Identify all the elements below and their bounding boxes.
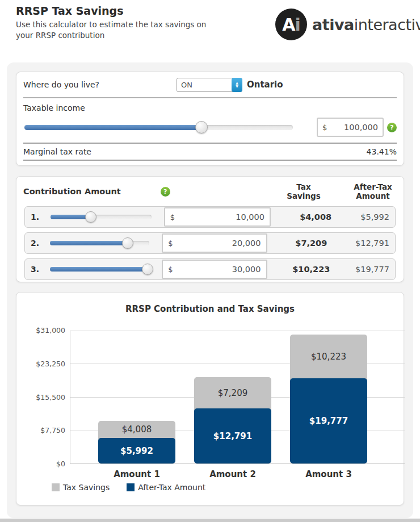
chart-legend: Tax SavingsAfter-Tax Amount <box>52 483 404 492</box>
currency-symbol: $ <box>322 123 327 132</box>
currency-symbol: $ <box>168 265 173 274</box>
contribution-panel: Contribution Amount ? Tax Savings After-… <box>16 176 404 282</box>
currency-symbol: $ <box>170 213 175 222</box>
contribution-amount-input[interactable]: $10,000 <box>164 207 271 227</box>
page-subtitle-line2: your RRSP contribution <box>16 30 260 41</box>
after-tax-bar-label: $5,992 <box>98 446 175 456</box>
contribution-row-1: 1.$10,000$4,008$5,992 <box>24 206 396 228</box>
taxable-income-value: 100,000 <box>327 123 378 132</box>
y-axis-line <box>70 331 70 464</box>
chart-title: RRSP Contribution and Tax Savings <box>16 304 404 314</box>
x-axis-line <box>70 463 405 464</box>
legend-swatch-icon <box>52 483 60 491</box>
brand-logo: Ai ativainteractive <box>275 9 420 40</box>
row-number: 2. <box>31 239 43 248</box>
taxable-income-slider-row: $ 100,000 ? <box>23 114 397 140</box>
page-header: RRSP Tax Savings Use this calculator to … <box>16 5 260 41</box>
brand-name-light: interactive <box>354 16 420 34</box>
legend-label: After-Tax Amount <box>138 483 205 492</box>
province-select-value: ON <box>177 78 232 91</box>
brand-monogram-icon: Ai <box>275 9 307 40</box>
chart-panel: RRSP Contribution and Tax Savings $0$7,7… <box>16 292 404 506</box>
slider-thumb[interactable] <box>122 237 133 249</box>
contribution-slider[interactable] <box>51 215 152 219</box>
after-tax-value: $19,777 <box>355 265 389 274</box>
x-axis-category-label: Amount 2 <box>194 469 271 479</box>
location-label: Where do you live? <box>23 80 177 89</box>
after-tax-bar-label: $19,777 <box>290 416 367 426</box>
tax-savings-header-line2: Savings <box>258 191 349 201</box>
bar-amount-3: $10,223$19,777 <box>290 335 367 463</box>
contribution-slider[interactable] <box>50 241 149 245</box>
tax-savings-bar-label: $4,008 <box>98 424 175 435</box>
taxable-income-label: Taxable income <box>23 98 397 114</box>
select-arrows-icon[interactable]: ▲▼ <box>232 78 242 92</box>
tax-savings-header-line1: Tax <box>258 182 349 191</box>
slider-thumb[interactable] <box>142 264 153 275</box>
location-row: Where do you live? ON ▲▼ Ontario <box>23 72 397 98</box>
slider-fill <box>24 125 201 130</box>
contribution-amount-input[interactable]: $30,000 <box>162 260 267 279</box>
slider-thumb[interactable] <box>85 211 96 223</box>
bar-amount-1: $4,008$5,992 <box>98 421 175 463</box>
page-bottom-bar <box>0 519 420 522</box>
contribution-header: Contribution Amount ? Tax Savings After-… <box>23 177 397 206</box>
contribution-amount-value: 20,000 <box>173 239 261 248</box>
contribution-slider[interactable] <box>50 267 149 272</box>
province-name: Ontario <box>247 80 283 90</box>
gridline <box>70 331 405 331</box>
contribution-row-2: 2.$20,000$7,209$12,791 <box>24 232 396 254</box>
after-tax-value: $5,992 <box>360 212 389 222</box>
marginal-tax-label: Marginal tax rate <box>23 147 91 156</box>
contribution-amount-input[interactable]: $20,000 <box>162 233 267 253</box>
page-title: RRSP Tax Savings <box>16 5 260 17</box>
marginal-tax-value: 43.41% <box>367 147 397 156</box>
page-subtitle-line1: Use this calculator to estimate the tax … <box>16 19 260 30</box>
legend-item: After-Tax Amount <box>127 483 205 492</box>
province-select[interactable]: ON ▲▼ <box>177 78 242 92</box>
contribution-title: Contribution Amount <box>23 187 121 196</box>
contribution-help-icon[interactable]: ? <box>161 187 170 197</box>
currency-symbol: $ <box>168 239 173 248</box>
y-axis-tick-label: $23,250 <box>11 360 65 368</box>
x-axis-category-label: Amount 1 <box>98 469 175 479</box>
tax-savings-value: $7,209 <box>267 239 355 248</box>
tax-savings-bar-label: $10,223 <box>290 352 367 362</box>
slider-fill <box>50 267 147 272</box>
y-axis-tick-label: $31,000 <box>11 326 65 335</box>
tax-savings-value: $10,223 <box>267 265 355 274</box>
income-panel: Where do you live? ON ▲▼ Ontario Taxable… <box>16 72 404 166</box>
after-tax-bar-label: $12,791 <box>194 431 271 441</box>
calculator-container: Where do you live? ON ▲▼ Ontario Taxable… <box>7 62 413 518</box>
monogram-a: A <box>282 15 295 35</box>
contribution-row-3: 3.$30,000$10,223$19,777 <box>24 258 396 280</box>
taxable-income-slider[interactable] <box>24 125 293 130</box>
contribution-amount-value: 10,000 <box>175 212 264 222</box>
y-axis-tick-label: $0 <box>11 460 65 468</box>
after-tax-header-line1: After-Tax <box>349 182 397 191</box>
brand-name: ativainteractive <box>312 16 420 34</box>
brand-name-bold: ativa <box>312 16 354 34</box>
after-tax-value: $12,791 <box>355 239 389 248</box>
y-axis-tick-label: $7,750 <box>11 426 65 435</box>
after-tax-column-header: After-Tax Amount <box>349 182 397 201</box>
taxable-income-input[interactable]: $ 100,000 <box>317 118 384 137</box>
legend-item: Tax Savings <box>52 483 110 492</box>
contribution-rows: 1.$10,000$4,008$5,9922.$20,000$7,209$12,… <box>23 206 397 280</box>
slider-fill <box>50 241 127 245</box>
income-help-icon[interactable]: ? <box>387 123 397 132</box>
bar-amount-2: $7,209$12,791 <box>194 377 271 463</box>
marginal-tax-row: Marginal tax rate 43.41% <box>23 143 397 161</box>
tax-savings-column-header: Tax Savings <box>258 182 349 201</box>
page-subtitle: Use this calculator to estimate the tax … <box>16 19 260 41</box>
tax-savings-value: $4,008 <box>271 212 360 222</box>
tax-savings-bar-label: $7,209 <box>194 388 271 398</box>
stacked-bar-chart: $0$7,750$15,500$23,250$31,000$4,008$5,99… <box>70 331 405 464</box>
slider-thumb[interactable] <box>195 121 208 133</box>
x-axis-category-label: Amount 3 <box>290 469 367 479</box>
legend-swatch-icon <box>127 483 135 491</box>
row-number: 3. <box>31 265 43 274</box>
after-tax-header-line2: Amount <box>349 191 397 201</box>
legend-label: Tax Savings <box>63 483 110 492</box>
y-axis-tick-label: $15,500 <box>11 393 65 402</box>
